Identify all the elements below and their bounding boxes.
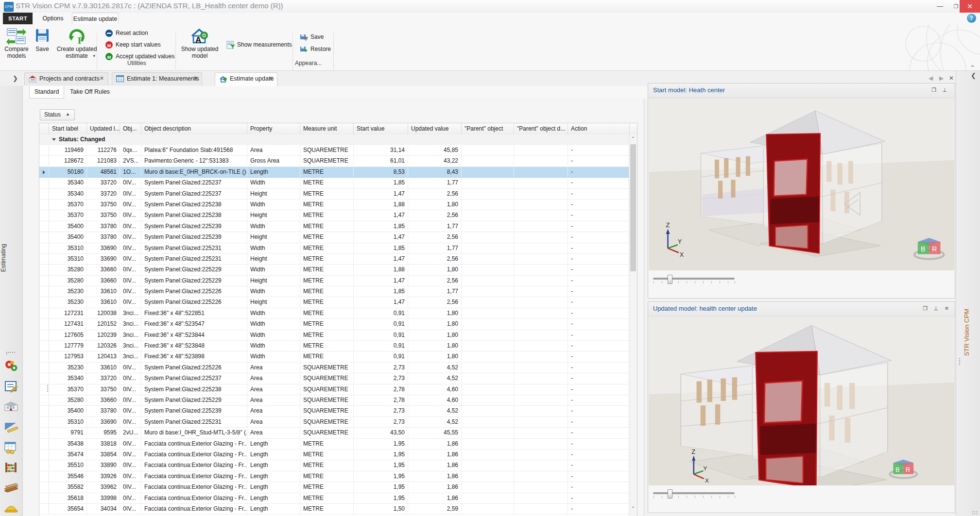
collapse-ribbon-button[interactable]: ⌃ xyxy=(970,64,975,71)
table-row[interactable]: 1194691122760qx...Platea:6" Foundation S… xyxy=(39,145,637,156)
document-tab-projects-and-contracts[interactable]: Projects and contracts ✕ xyxy=(24,72,108,85)
table-row[interactable]: 1277791203263nci...Fixed:36" x 48":52384… xyxy=(39,341,637,351)
ribbon-tab-start[interactable]: START xyxy=(3,13,33,24)
column-header-description[interactable]: Object description xyxy=(141,123,247,134)
column-header-start-label[interactable]: Start label xyxy=(49,123,87,134)
row-indicator-cell[interactable] xyxy=(39,330,49,340)
timber-stack-icon[interactable] xyxy=(3,481,19,495)
hardhat-icon[interactable] xyxy=(3,501,19,515)
table-row[interactable]: 35310336900IV...System Panel:Glazed:2252… xyxy=(39,417,637,428)
column-header-parent-object[interactable]: "Parent" object xyxy=(462,123,514,134)
row-indicator-cell[interactable] xyxy=(39,493,49,503)
row-indicator-cell[interactable] xyxy=(39,308,49,318)
table-row[interactable]: 35400337800IV...System Panel:Glazed:2252… xyxy=(39,232,637,243)
row-indicator-cell[interactable] xyxy=(39,471,49,482)
table-row[interactable]: 35370337500IV...System Panel:Glazed:2252… xyxy=(39,200,637,210)
group-expander-icon[interactable] xyxy=(52,138,56,141)
row-indicator-cell[interactable] xyxy=(39,276,49,286)
right-dock-tab-str-vision-cpm[interactable]: STR Vision CPM xyxy=(963,309,970,382)
start-model-restore-icon[interactable]: ❐ xyxy=(931,87,936,93)
table-row[interactable]: 35310336900IV...System Panel:Glazed:2252… xyxy=(39,243,637,254)
show-updated-model-button[interactable]: A Show updated model xyxy=(181,26,219,59)
grid-vertical-scrollbar[interactable]: ⌃ ⌄ xyxy=(629,134,637,516)
ribbon-tab-options[interactable]: Options xyxy=(37,13,69,24)
ribbon-tab-estimate-update[interactable]: Estimate update xyxy=(72,13,119,24)
tab-scroll-prev-icon[interactable]: ◀ xyxy=(928,75,933,82)
row-indicator-cell[interactable] xyxy=(39,341,49,351)
compare-models-button[interactable]: Compare models xyxy=(2,27,31,59)
table-row[interactable]: 35280336600IV...System Panel:Glazed:2252… xyxy=(39,265,637,275)
table-row[interactable]: 1279531204133nci...Fixed:36" x 48":52389… xyxy=(39,351,637,362)
grid-panel-drag-handle[interactable] xyxy=(47,385,50,393)
expand-navigation-icon[interactable]: ❯ xyxy=(13,75,18,82)
row-indicator-cell[interactable] xyxy=(39,428,49,438)
table-row[interactable]: 35230336100IV...System Panel:Glazed:2252… xyxy=(39,286,637,297)
table-row[interactable]: 35370337500IV...System Panel:Glazed:2252… xyxy=(39,384,637,395)
calendar-coins-icon[interactable] xyxy=(3,440,19,454)
scroll-up-icon[interactable]: ⌃ xyxy=(629,134,637,143)
right-dock-drag-handle[interactable] xyxy=(959,358,962,366)
document-tab-estimate-update[interactable]: Estimate update ✕ xyxy=(215,72,277,86)
updated-model-restore-icon[interactable]: ❐ xyxy=(923,305,928,312)
row-indicator-cell[interactable] xyxy=(39,243,49,253)
row-indicator-cell[interactable] xyxy=(39,167,49,177)
abacus-icon[interactable] xyxy=(3,461,19,474)
close-tab-icon[interactable]: ✕ xyxy=(100,75,104,82)
document-edit-icon[interactable] xyxy=(3,380,19,393)
row-indicator-cell[interactable] xyxy=(39,504,49,514)
row-indicator-cell[interactable] xyxy=(39,373,49,383)
updated-model-viewport[interactable]: Z Y X B R xyxy=(649,316,954,485)
create-updated-estimate-button[interactable]: P Create updated estimate ▾ xyxy=(54,27,99,59)
close-tab-icon[interactable]: ✕ xyxy=(193,75,198,82)
table-row[interactable]: 35230336100IV...System Panel:Glazed:2252… xyxy=(39,297,637,308)
group-row-status-changed[interactable]: Status: Changed xyxy=(39,134,637,146)
table-row[interactable]: 35340337200IV...System Panel:Glazed:2252… xyxy=(39,189,637,200)
row-indicator-cell[interactable] xyxy=(39,319,49,329)
table-row[interactable]: 1274311201523nci...Fixed:36" x 48":52354… xyxy=(39,319,637,330)
column-header-obj[interactable]: Obj... xyxy=(120,123,141,134)
row-indicator-cell[interactable] xyxy=(39,286,49,297)
table-row[interactable]: 35474338540IV...Facciata continua:Exteri… xyxy=(39,449,637,460)
slider-track[interactable] xyxy=(653,492,735,494)
collapse-right-dock-icon[interactable]: ❮ xyxy=(971,72,976,79)
minimize-button[interactable]: — xyxy=(932,0,948,13)
help-icon[interactable]: ? xyxy=(967,14,976,23)
table-row[interactable]: 35400337800IV...System Panel:Glazed:2252… xyxy=(39,406,637,416)
table-row[interactable]: 35400337800IV...System Panel:Glazed:2252… xyxy=(39,221,637,232)
table-row[interactable]: 35340337200IV...System Panel:Glazed:2252… xyxy=(39,373,637,384)
close-tab-icon[interactable]: ✕ xyxy=(269,75,273,82)
table-row[interactable]: 35310336900IV...System Panel:Glazed:2252… xyxy=(39,254,637,265)
building-icon[interactable] xyxy=(3,399,19,413)
table-row[interactable]: 35654340340IV...Facciata continua:Exteri… xyxy=(39,504,637,515)
table-row[interactable]: 35230336100IV...System Panel:Glazed:2252… xyxy=(39,363,637,373)
table-row[interactable]: 979195952vU...Muro di base:I_0HR_Stud-MT… xyxy=(39,428,637,438)
table-row[interactable]: 1276051202393nci...Fixed:36" x 48":52384… xyxy=(39,330,637,341)
row-indicator-cell[interactable] xyxy=(39,189,49,199)
row-indicator-cell[interactable] xyxy=(39,297,49,307)
row-indicator-cell[interactable] xyxy=(39,156,49,166)
ribbon-save-button[interactable]: Save xyxy=(31,27,53,52)
start-model-viewport[interactable]: Z Y X B R xyxy=(649,98,954,270)
column-header-property[interactable]: Property xyxy=(247,123,300,134)
table-row[interactable]: 35370337500IV...System Panel:Glazed:2252… xyxy=(39,210,637,221)
table-row[interactable]: 50180485611O...Muro di base:E_0HR_BRCK-o… xyxy=(39,167,637,178)
table-row[interactable]: 35510338900IV...Facciata continua:Exteri… xyxy=(39,460,637,471)
row-indicator-cell[interactable] xyxy=(39,460,49,470)
sidebar-vertical-tab-estimating[interactable]: Estimating xyxy=(0,244,22,290)
create-updated-estimate-dropdown-caret[interactable]: ▾ xyxy=(93,52,95,59)
table-row[interactable]: 35618339980IV...Facciata continua:Exteri… xyxy=(39,493,637,504)
row-indicator-cell[interactable] xyxy=(39,351,49,362)
row-indicator-cell[interactable] xyxy=(39,265,49,275)
updated-model-slider[interactable] xyxy=(653,488,740,501)
tab-take-off-rules[interactable]: Take Off Rules xyxy=(65,86,115,99)
start-model-pin-icon[interactable]: ⊥ xyxy=(942,87,947,93)
table-row[interactable]: 35340337200IV...System Panel:Glazed:2252… xyxy=(39,178,637,188)
status-filter-button[interactable]: Status ▲ xyxy=(40,109,75,120)
tab-standard[interactable]: Standard xyxy=(29,86,64,99)
row-indicator-cell[interactable] xyxy=(39,482,49,492)
table-row[interactable]: 35280336600IV...System Panel:Glazed:2252… xyxy=(39,395,637,406)
column-header-updated-label[interactable]: Updated l... xyxy=(87,123,120,134)
resize-grip[interactable] xyxy=(972,511,979,515)
row-indicator-cell[interactable] xyxy=(39,439,49,449)
table-row[interactable]: 1286721210832VS...Pavimento:Generic - 12… xyxy=(39,156,637,166)
